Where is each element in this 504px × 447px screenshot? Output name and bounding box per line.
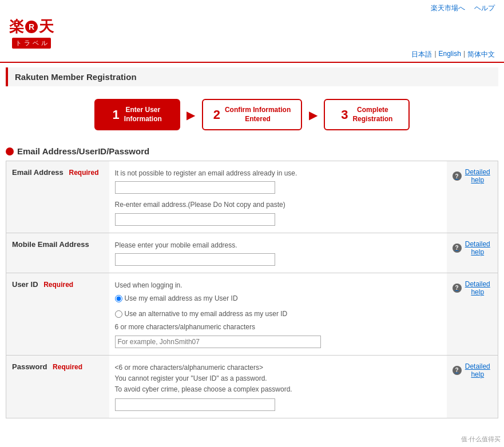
- userid-help-text: Detailed help: [463, 280, 493, 296]
- mobile-email-input[interactable]: [115, 253, 275, 266]
- email-help-link[interactable]: ? Detailed help: [453, 168, 493, 184]
- mobile-email-label-cell: Mobile Email Address: [6, 233, 109, 273]
- password-label: Password: [12, 362, 47, 371]
- radio-use-email-label[interactable]: Use my email address as my User ID: [115, 293, 441, 304]
- mobile-email-help-link[interactable]: ? Detailed help: [453, 240, 493, 256]
- header-top-nav: 楽天市場へ ヘルプ: [0, 0, 504, 14]
- mobile-email-content-cell: Please enter your mobile email address.: [109, 233, 447, 273]
- logo: 楽 R 天 トラベル: [9, 17, 54, 49]
- userid-required-badge: Required: [43, 281, 73, 289]
- userid-content-cell: Used when logging in. Use my email addre…: [109, 273, 447, 355]
- step-2-box: 2 Confirm InformationEntered: [202, 99, 303, 130]
- mobile-email-label: Mobile Email Address: [12, 240, 89, 249]
- radio-use-alt-text: Use an alternative to my email address a…: [125, 309, 288, 320]
- step-1-number: 1: [113, 107, 120, 122]
- step-3-box: 3 CompleteRegistration: [324, 99, 410, 130]
- userid-help-link[interactable]: ? Detailed help: [453, 280, 493, 296]
- steps-container: 1 Enter UserInformation ▶ 2 Confirm Info…: [0, 91, 504, 138]
- userid-alt-hint: 6 or more characters/alphanumeric charac…: [115, 322, 441, 333]
- lang-chinese[interactable]: 简体中文: [467, 50, 495, 59]
- rakuten-market-link[interactable]: 楽天市場へ: [431, 3, 465, 13]
- password-required-badge: Required: [53, 363, 82, 371]
- step-2-number: 2: [213, 107, 220, 122]
- email-label-cell: Email Address Required: [6, 161, 109, 233]
- password-hint-2: You cannot register your "User ID" as a …: [115, 373, 441, 384]
- password-help-link[interactable]: ? Detailed help: [453, 362, 493, 378]
- mobile-email-help-icon: ?: [453, 244, 462, 253]
- userid-row: User ID Required Used when logging in. U…: [6, 273, 498, 355]
- email-help-cell: ? Detailed help: [447, 161, 498, 233]
- lang-english[interactable]: English: [439, 50, 461, 59]
- password-hint-3: To avoid cyber crime, please choose a co…: [115, 384, 441, 395]
- email-content-cell: It is not possible to register an email …: [109, 161, 447, 233]
- step-arrow-1: ▶: [182, 106, 200, 123]
- section-heading: Email Address/UserID/Password: [6, 146, 498, 156]
- email-required-badge: Required: [69, 169, 98, 177]
- password-row: Password Required <6 or more characters/…: [6, 355, 498, 418]
- password-help-icon: ?: [453, 366, 462, 375]
- lang-japanese[interactable]: 日本語: [411, 50, 432, 59]
- email-row: Email Address Required It is not possibl…: [6, 161, 498, 233]
- userid-label: User ID: [12, 280, 38, 289]
- step-1-box: 1 Enter UserInformation: [94, 99, 180, 130]
- logo-kanji-left: 楽: [9, 17, 24, 37]
- mobile-email-hint: Please enter your mobile email address.: [115, 240, 441, 251]
- mobile-email-row: Mobile Email Address Please enter your m…: [6, 233, 498, 273]
- step-2: 2 Confirm InformationEntered: [202, 99, 303, 130]
- section-heading-text: Email Address/UserID/Password: [17, 146, 149, 156]
- email-help-icon: ?: [453, 171, 462, 181]
- registration-form: Email Address Required It is not possibl…: [6, 161, 498, 418]
- password-help-cell: ? Detailed help: [447, 355, 498, 418]
- step-1-label: Enter UserInformation: [124, 106, 162, 123]
- email-input[interactable]: [115, 181, 275, 194]
- step-arrow-2: ▶: [304, 106, 322, 123]
- email-help-text: Detailed help: [463, 168, 493, 184]
- userid-help-icon: ?: [453, 284, 462, 293]
- userid-help-cell: ? Detailed help: [447, 273, 498, 355]
- password-content-cell: <6 or more characters/alphanumeric chara…: [109, 355, 447, 418]
- userid-hint: Used when logging in.: [115, 280, 441, 291]
- step-3-number: 3: [341, 107, 348, 122]
- step-3-label: CompleteRegistration: [352, 106, 392, 123]
- password-hint-1: <6 or more characters/alphanumeric chara…: [115, 362, 441, 373]
- radio-use-email-text: Use my email address as my User ID: [125, 293, 238, 304]
- step-3: 3 CompleteRegistration: [324, 99, 410, 130]
- mobile-email-help-text: Detailed help: [463, 240, 493, 256]
- email-confirm-input[interactable]: [115, 213, 275, 226]
- password-label-cell: Password Required: [6, 355, 109, 418]
- radio-use-alt-label[interactable]: Use an alternative to my email address a…: [115, 309, 441, 320]
- header: 楽天市場へ ヘルプ 楽 R 天 トラベル 日本語 | English | 简体中…: [0, 0, 504, 63]
- radio-use-alt-input[interactable]: [115, 310, 122, 318]
- password-input[interactable]: [115, 398, 275, 411]
- email-confirm-hint: Re-enter email address.(Please Do Not co…: [115, 199, 441, 210]
- radio-use-email-input[interactable]: [115, 295, 122, 302]
- logo-r-icon: R: [25, 21, 38, 33]
- password-help-text: Detailed help: [463, 362, 493, 378]
- step-2-label: Confirm InformationEntered: [225, 106, 291, 123]
- help-link[interactable]: ヘルプ: [474, 3, 495, 13]
- logo-travel: トラベル: [12, 38, 51, 49]
- logo-kanji-right: 天: [39, 17, 54, 37]
- userid-alt-input[interactable]: [115, 336, 321, 348]
- email-label: Email Address: [12, 168, 64, 177]
- language-selector: 日本語 | English | 简体中文: [0, 49, 504, 63]
- page-title: Rakuten Member Registration: [6, 67, 498, 86]
- email-hint-text: It is not possible to register an email …: [115, 168, 441, 179]
- section-dot-icon: [6, 147, 14, 155]
- step-1: 1 Enter UserInformation: [94, 99, 180, 130]
- userid-label-cell: User ID Required: [6, 273, 109, 355]
- mobile-email-help-cell: ? Detailed help: [447, 233, 498, 273]
